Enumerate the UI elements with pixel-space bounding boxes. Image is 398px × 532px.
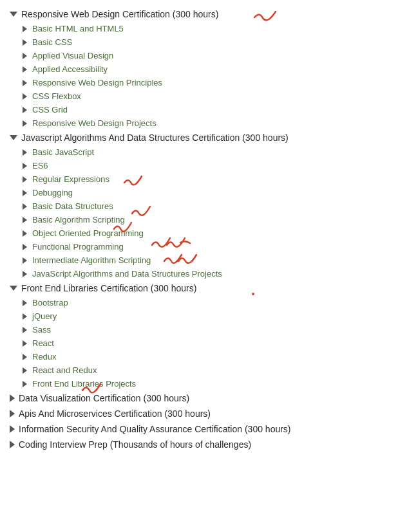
list-item[interactable]: Regular Expressions xyxy=(23,172,388,186)
list-item[interactable]: React and Redux xyxy=(23,363,388,377)
sub-item-label: JavaScript Algorithms and Data Structure… xyxy=(32,269,222,279)
list-item[interactable]: Debugging xyxy=(23,186,388,199)
triangle-right-icon xyxy=(23,327,27,333)
sub-item-label: Redux xyxy=(32,352,57,362)
triangle-right-icon xyxy=(23,107,27,113)
section-cip: Coding Interview Prep (Thousands of hour… xyxy=(10,437,388,452)
section-title-fel: Front End Libraries Certification (300 h… xyxy=(21,283,196,293)
section-header-js[interactable]: Javascript Algorithms And Data Structure… xyxy=(10,130,388,145)
triangle-right-icon xyxy=(23,367,27,374)
list-item[interactable]: Responsive Web Design Projects xyxy=(23,116,388,130)
triangle-right-icon xyxy=(23,26,27,32)
section-header-rwd[interactable]: Responsive Web Design Certification (300… xyxy=(10,6,388,22)
section-title-dv: Data Visualization Certification (300 ho… xyxy=(19,393,189,403)
section-header-api[interactable]: Apis And Microservices Certification (30… xyxy=(10,406,388,421)
triangle-right-icon xyxy=(23,190,27,196)
sub-item-label: Basic HTML and HTML5 xyxy=(32,24,124,33)
section-api: Apis And Microservices Certification (30… xyxy=(10,406,388,421)
sub-item-label: ES6 xyxy=(32,161,48,170)
section-title-rwd: Responsive Web Design Certification (300… xyxy=(21,9,218,19)
list-item[interactable]: jQuery xyxy=(23,309,388,323)
section-title-isqa: Information Security And Quality Assuran… xyxy=(19,424,291,434)
list-item[interactable]: Basic Algorithm Scripting xyxy=(23,213,388,226)
triangle-right-icon xyxy=(23,203,27,210)
list-item[interactable]: CSS Flexbox xyxy=(23,89,388,103)
triangle-down-icon xyxy=(10,135,17,140)
sub-list-rwd: Basic HTML and HTML5Basic CSSApplied Vis… xyxy=(23,22,388,130)
sub-item-label: Debugging xyxy=(32,188,73,197)
list-item[interactable]: React xyxy=(23,336,388,350)
triangle-right-icon xyxy=(23,300,27,306)
sub-item-label: Sass xyxy=(32,325,51,335)
section-header-isqa[interactable]: Information Security And Quality Assuran… xyxy=(10,421,388,437)
section-title-js: Javascript Algorithms And Data Structure… xyxy=(21,133,289,143)
triangle-right-icon xyxy=(23,163,27,169)
sub-item-label: Front End Libraries Projects xyxy=(32,379,136,389)
list-item[interactable]: Sass xyxy=(23,323,388,336)
triangle-right-icon xyxy=(23,39,27,46)
sub-item-label: Functional Programming xyxy=(32,242,124,252)
triangle-right-icon xyxy=(23,244,27,250)
triangle-right-icon xyxy=(23,53,27,59)
triangle-right-icon xyxy=(23,354,27,360)
sub-item-label: Object Oriented Programming xyxy=(32,228,144,238)
section-header-dv[interactable]: Data Visualization Certification (300 ho… xyxy=(10,390,388,406)
triangle-right-icon xyxy=(23,217,27,223)
sub-item-label: Regular Expressions xyxy=(32,174,109,184)
triangle-right-icon xyxy=(23,149,27,156)
section-isqa: Information Security And Quality Assuran… xyxy=(10,421,388,437)
triangle-right-icon xyxy=(23,176,27,183)
sub-item-label: Responsive Web Design Projects xyxy=(32,118,156,128)
section-rwd: Responsive Web Design Certification (300… xyxy=(10,6,388,130)
section-title-api: Apis And Microservices Certification (30… xyxy=(19,408,211,419)
sub-item-label: Basic CSS xyxy=(32,37,72,47)
triangle-right-icon xyxy=(10,394,15,402)
list-item[interactable]: Responsive Web Design Principles xyxy=(23,76,388,89)
list-item[interactable]: Intermediate Algorithm Scripting xyxy=(23,253,388,267)
triangle-right-icon xyxy=(23,80,27,86)
list-item[interactable]: JavaScript Algorithms and Data Structure… xyxy=(23,267,388,280)
section-js: Javascript Algorithms And Data Structure… xyxy=(10,130,388,280)
triangle-down-icon xyxy=(10,12,17,17)
sub-item-label: React xyxy=(32,338,54,348)
triangle-right-icon xyxy=(23,271,27,277)
list-item[interactable]: Bootstrap xyxy=(23,296,388,309)
sub-item-label: jQuery xyxy=(32,311,57,321)
sub-item-label: Applied Accessibility xyxy=(32,64,108,74)
triangle-right-icon xyxy=(10,410,15,417)
curriculum-tree: Responsive Web Design Certification (300… xyxy=(10,6,388,452)
triangle-right-icon xyxy=(23,381,27,387)
list-item[interactable]: Applied Visual Design xyxy=(23,49,388,62)
list-item[interactable]: CSS Grid xyxy=(23,103,388,116)
triangle-down-icon xyxy=(10,286,17,291)
list-item[interactable]: Basic HTML and HTML5 xyxy=(23,22,388,35)
list-item[interactable]: Object Oriented Programming xyxy=(23,226,388,240)
list-item[interactable]: Functional Programming xyxy=(23,240,388,253)
section-header-cip[interactable]: Coding Interview Prep (Thousands of hour… xyxy=(10,437,388,452)
triangle-right-icon xyxy=(23,340,27,347)
sub-item-label: Basic Algorithm Scripting xyxy=(32,215,125,225)
sub-item-label: Intermediate Algorithm Scripting xyxy=(32,255,151,265)
sub-item-label: Responsive Web Design Principles xyxy=(32,78,162,87)
list-item[interactable]: Basic Data Structures xyxy=(23,199,388,213)
sub-item-label: CSS Grid xyxy=(32,105,68,115)
sub-item-label: Applied Visual Design xyxy=(32,51,113,60)
triangle-right-icon xyxy=(23,257,27,264)
section-header-fel[interactable]: Front End Libraries Certification (300 h… xyxy=(10,280,388,296)
list-item[interactable]: Basic CSS xyxy=(23,35,388,49)
sub-item-label: Basic JavaScript xyxy=(32,147,94,157)
sub-list-js: Basic JavaScriptES6Regular ExpressionsDe… xyxy=(23,145,388,280)
triangle-right-icon xyxy=(23,230,27,237)
list-item[interactable]: ES6 xyxy=(23,159,388,172)
triangle-right-icon xyxy=(10,425,15,433)
list-item[interactable]: Redux xyxy=(23,350,388,363)
triangle-right-icon xyxy=(23,66,27,73)
sub-item-label: Basic Data Structures xyxy=(32,201,113,211)
section-fel: Front End Libraries Certification (300 h… xyxy=(10,280,388,390)
list-item[interactable]: Basic JavaScript xyxy=(23,145,388,159)
sub-list-fel: BootstrapjQuerySassReactReduxReact and R… xyxy=(23,296,388,390)
list-item[interactable]: Applied Accessibility xyxy=(23,62,388,76)
sub-item-label: Bootstrap xyxy=(32,298,68,307)
list-item[interactable]: Front End Libraries Projects xyxy=(23,377,388,390)
triangle-right-icon xyxy=(23,93,27,100)
